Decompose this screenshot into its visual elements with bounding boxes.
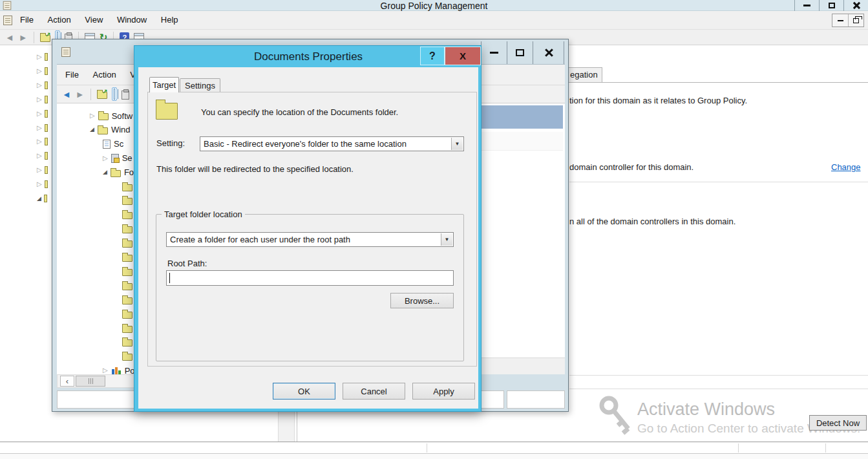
expander-collapsed-icon[interactable]: ▷ <box>90 112 95 119</box>
setting-label: Setting: <box>156 138 185 148</box>
dialog-close-button[interactable]: X <box>445 47 481 65</box>
expander-collapsed-icon[interactable]: ▷ <box>37 82 42 89</box>
forward-arrow-icon[interactable]: ► <box>19 33 28 42</box>
folder-icon <box>122 283 132 290</box>
expander-collapsed-icon[interactable]: ▷ <box>37 153 42 159</box>
cancel-button[interactable]: Cancel <box>343 383 405 400</box>
scrollbar-thumb[interactable] <box>76 376 105 387</box>
folder-icon <box>122 339 132 347</box>
main-tree-row[interactable]: ▷ <box>37 164 48 176</box>
security-icon <box>111 154 119 163</box>
tab-delegation-partial[interactable]: egation <box>567 67 602 82</box>
menu-file[interactable]: File <box>14 11 39 25</box>
expander-collapsed-icon[interactable]: ▷ <box>37 68 42 74</box>
close-icon <box>852 2 860 9</box>
setting-combobox-value: Basic - Redirect everyone's folder to th… <box>204 139 407 149</box>
tree-item-icon-sliver <box>44 195 47 202</box>
expander-collapsed-icon[interactable]: ▷ <box>37 167 42 173</box>
browse-button[interactable]: Browse... <box>390 293 454 308</box>
up-folder-icon[interactable] <box>97 92 107 99</box>
minimize-button[interactable] <box>794 0 819 11</box>
main-window-title: Group Policy Management <box>0 1 868 11</box>
ok-button[interactable]: OK <box>273 383 335 400</box>
main-tree-row[interactable]: ▷ <box>37 79 48 92</box>
main-titlebar: Group Policy Management <box>0 0 868 11</box>
right-panel-text-2: domain controller for this domain. <box>569 162 693 172</box>
tree-item-icon-sliver <box>45 81 48 89</box>
location-combobox[interactable]: Create a folder for each user under the … <box>166 232 454 247</box>
editor-maximize-button[interactable] <box>507 41 533 64</box>
mdi-minimize-button[interactable] <box>832 14 848 27</box>
maximize-button[interactable] <box>819 0 843 11</box>
expander-collapsed-icon[interactable]: ▷ <box>37 96 42 103</box>
main-tree-row[interactable]: ▷ <box>37 149 48 162</box>
dialog-description: You can specify the location of the Docu… <box>201 107 398 117</box>
forward-arrow-icon[interactable]: ► <box>76 90 85 99</box>
menu-window[interactable]: Window <box>111 11 153 25</box>
folder-icon <box>98 113 109 120</box>
back-arrow-icon[interactable]: ◄ <box>62 90 71 99</box>
dialog-help-button[interactable]: ? <box>420 47 445 65</box>
back-arrow-icon[interactable]: ◄ <box>5 33 14 42</box>
editor-status-pane <box>507 390 565 409</box>
chevron-down-icon: ▼ <box>455 141 460 147</box>
expander-expanded-icon[interactable]: ◢ <box>90 127 94 133</box>
editor-menu-action[interactable]: Action <box>87 65 122 80</box>
mdi-restore-button[interactable] <box>848 14 863 27</box>
scroll-left-button[interactable]: ‹ <box>60 376 74 387</box>
mdi-window-controls <box>832 14 864 27</box>
dropdown-button[interactable]: ▼ <box>451 138 463 150</box>
dialog-body: Target Settings You can specify the loca… <box>138 67 478 409</box>
expander-collapsed-icon[interactable]: ▷ <box>37 111 42 117</box>
maximize-icon <box>516 49 524 56</box>
detect-now-button[interactable]: Detect Now <box>809 415 867 431</box>
editor-close-button[interactable] <box>533 41 564 64</box>
menu-action[interactable]: Action <box>42 11 77 25</box>
tree-item-label: Fo <box>124 167 134 177</box>
expander-expanded-icon[interactable]: ◢ <box>103 169 107 175</box>
main-tree-row[interactable]: ▷ <box>37 122 48 134</box>
editor-icon <box>61 47 70 57</box>
main-tree-row[interactable]: ▷ <box>37 93 48 106</box>
folder-icon <box>98 127 108 134</box>
folder-icon <box>122 240 132 248</box>
main-tree-row[interactable]: ▷ <box>37 178 48 191</box>
expander-collapsed-icon[interactable]: ▷ <box>37 54 42 60</box>
expander-expanded-icon[interactable]: ◢ <box>37 196 41 202</box>
key-icon <box>597 394 634 436</box>
tab-target[interactable]: Target <box>149 77 179 92</box>
expander-collapsed-icon[interactable]: ▷ <box>37 125 42 131</box>
clipboard-icon[interactable] <box>122 91 129 100</box>
main-tree-row[interactable]: ▷ <box>37 65 48 78</box>
editor-minimize-button[interactable] <box>481 41 507 64</box>
list-row[interactable] <box>482 132 563 151</box>
expander-collapsed-icon[interactable]: ▷ <box>103 367 108 374</box>
console-tree-toggle-button[interactable] <box>112 87 117 101</box>
menu-help[interactable]: Help <box>155 11 184 25</box>
groupbox-title: Target folder location <box>162 209 245 219</box>
setting-combobox[interactable]: Basic - Redirect everyone's folder to th… <box>200 136 464 151</box>
console-icon <box>3 16 12 25</box>
tree-item-icon-sliver <box>45 96 48 103</box>
tree-item-icon-sliver <box>45 166 48 174</box>
main-tree-row[interactable]: ◢ <box>37 192 47 205</box>
selected-list-row[interactable] <box>482 105 563 129</box>
apply-button[interactable]: Apply <box>412 383 475 400</box>
main-tree-row[interactable]: ▷ <box>37 135 48 148</box>
main-tree-row[interactable]: ▷ <box>37 50 48 63</box>
tab-settings[interactable]: Settings <box>180 78 220 92</box>
editor-menu-file[interactable]: File <box>59 65 85 80</box>
main-menubar: File Action View Window Help <box>0 11 868 30</box>
menu-view[interactable]: View <box>79 11 109 25</box>
main-tree-row[interactable]: ▷ <box>37 107 48 120</box>
root-path-input[interactable] <box>166 270 454 286</box>
close-button[interactable] <box>843 0 868 11</box>
expander-collapsed-icon[interactable]: ▷ <box>37 138 42 145</box>
change-link[interactable]: Change <box>831 162 861 172</box>
toolbar-separator <box>34 32 34 43</box>
up-folder-icon[interactable] <box>40 35 50 42</box>
dropdown-button[interactable]: ▼ <box>441 233 452 246</box>
chevron-down-icon: ▼ <box>445 237 450 242</box>
expander-collapsed-icon[interactable]: ▷ <box>103 155 108 162</box>
expander-collapsed-icon[interactable]: ▷ <box>37 181 42 187</box>
